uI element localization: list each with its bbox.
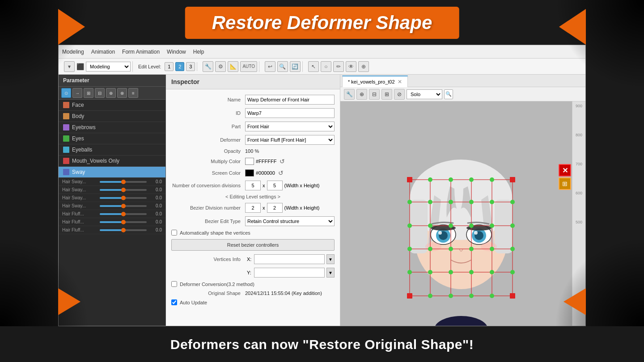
tab-close-icon[interactable]: ✕	[398, 79, 402, 85]
edit-level-3[interactable]: 3	[186, 62, 195, 71]
screen-color-refresh[interactable]: ↺	[277, 169, 285, 177]
param-slider-5[interactable]	[100, 213, 147, 215]
svg-point-55	[449, 270, 453, 274]
multiply-color-refresh[interactable]: ↺	[278, 157, 286, 165]
param-thumb-1[interactable]	[121, 180, 126, 184]
panel-icon-5[interactable]: ⊕	[106, 88, 116, 98]
menu-help[interactable]: Help	[193, 49, 204, 55]
tree-item-face-label: Face	[72, 102, 161, 108]
tool-group-3: ↖ ○ ✏ 👁 ⊕	[306, 61, 371, 72]
panel-icon-3[interactable]: ⊞	[84, 88, 93, 98]
param-slider-3[interactable]	[100, 197, 147, 199]
auto-update-checkbox[interactable]	[171, 299, 177, 305]
svg-point-63	[490, 294, 494, 298]
tree-item-sway-label: Sway	[72, 169, 161, 175]
tool-history-btn[interactable]: ↩	[265, 61, 275, 72]
tree-item-eyes[interactable]: Eyes	[59, 133, 165, 144]
tool-lasso-btn[interactable]: ○	[321, 61, 331, 72]
panel-icon-7[interactable]: ≡	[128, 88, 138, 98]
tree-item-sway[interactable]: Sway	[59, 167, 165, 178]
canvas-tool-3[interactable]: ⊟	[369, 89, 380, 100]
vertices-x-arrow[interactable]: ▼	[326, 254, 335, 264]
bezier-h-input[interactable]	[267, 203, 283, 213]
param-fill-5	[100, 213, 123, 215]
menu-modeling[interactable]: Modeling	[62, 49, 84, 55]
id-row: ID	[166, 106, 340, 120]
param-thumb-4[interactable]	[121, 204, 126, 208]
param-value-1: 0.0	[148, 179, 162, 184]
tool-rotate-btn[interactable]: 🔄	[290, 61, 301, 72]
panel-icon-4[interactable]: ⊟	[95, 88, 105, 98]
id-input[interactable]	[245, 108, 335, 118]
screen-color-swatch[interactable]	[245, 169, 254, 177]
tree-item-eyebrows[interactable]: Eyebrows	[59, 122, 165, 133]
param-thumb-3[interactable]	[121, 196, 126, 200]
param-thumb-2[interactable]	[121, 188, 126, 192]
param-thumb-7[interactable]	[121, 228, 126, 232]
vertices-y-arrow[interactable]: ▼	[326, 268, 335, 278]
workspace-select[interactable]: Modeling	[86, 62, 131, 72]
deformer-grid-button[interactable]: ⊞	[559, 177, 571, 190]
panel-icon-1[interactable]: ⊙	[61, 88, 71, 98]
main-toolbar: ▾ ⬛ Modeling Edit Level: 1 2 3 🔧 ⚙ 📐 AUT…	[59, 59, 585, 75]
param-thumb-6[interactable]	[121, 220, 126, 224]
canvas-search-btn[interactable]: 🔍	[444, 89, 453, 99]
reset-bezier-button[interactable]: Reset bezier controllers	[171, 239, 335, 251]
tree-item-mouth[interactable]: Mouth_Vowels Only	[59, 156, 165, 167]
panel-icon-2[interactable]: →	[72, 88, 82, 98]
canvas-tool-1[interactable]: 🔧	[344, 89, 355, 100]
edit-level-2[interactable]: 2	[175, 62, 184, 71]
part-select[interactable]: Front Hair	[245, 122, 335, 131]
name-input[interactable]	[245, 95, 335, 105]
param-slider-1[interactable]	[100, 181, 147, 183]
bezier-edit-type-select[interactable]: Retain Control structure	[245, 216, 335, 226]
canvas-tool-2[interactable]: ⊕	[356, 89, 367, 100]
vertices-x-input[interactable]	[254, 254, 325, 264]
menu-window[interactable]: Window	[167, 49, 186, 55]
tool-btn-2[interactable]: ⚙	[215, 61, 226, 72]
screen-color-label: Screen Color	[171, 170, 245, 176]
tool-extra-btn[interactable]: ⊕	[358, 61, 369, 72]
auto-shape-checkbox[interactable]	[171, 230, 177, 236]
inspector-panel: Inspector Name ID Part Front Hair	[166, 75, 340, 326]
deformer-select[interactable]: Front Hair Fluff [Front Hair]	[245, 135, 335, 145]
svg-point-33	[490, 177, 494, 182]
param-slider-2[interactable]	[100, 189, 147, 191]
vertices-y-input[interactable]	[254, 268, 325, 278]
param-slider-4[interactable]	[100, 205, 147, 207]
canvas-tool-5[interactable]: ⊘	[394, 89, 405, 100]
multiply-color-swatch[interactable]	[245, 158, 254, 165]
tool-zoom-btn[interactable]: 🔍	[277, 61, 288, 72]
bezier-w-input[interactable]	[245, 203, 261, 213]
tool-btn-1[interactable]: 🔧	[203, 61, 213, 72]
tree-item-face[interactable]: Face	[59, 100, 165, 111]
param-slider-6[interactable]	[100, 221, 147, 223]
param-slider-7[interactable]	[100, 229, 147, 231]
tool-eye-btn[interactable]: 👁	[346, 61, 356, 72]
workspace-dropdown-btn[interactable]: ▾	[64, 61, 75, 72]
menu-form-animation[interactable]: Form Animation	[122, 49, 160, 55]
tool-select-btn[interactable]: ↖	[308, 61, 319, 72]
menu-animation[interactable]: Animation	[91, 49, 115, 55]
solo-select[interactable]: Solo	[407, 89, 442, 99]
tree-item-body[interactable]: Body	[59, 111, 165, 122]
conversion-h-input[interactable]	[267, 181, 283, 190]
deformer-conversion-checkbox[interactable]	[171, 281, 177, 287]
tree-item-eyeballs[interactable]: Eyeballs	[59, 144, 165, 156]
svg-rect-4	[495, 200, 513, 253]
canvas-tool-4[interactable]: ⊞	[381, 89, 392, 100]
param-fill-6	[100, 221, 123, 223]
deformer-close-button[interactable]: ✕	[559, 164, 571, 177]
edit-level-1[interactable]: 1	[165, 62, 174, 71]
editing-level-header[interactable]: < Editing Level settings >	[166, 192, 340, 201]
tool-pen-btn[interactable]: ✏	[333, 61, 344, 72]
panel-icon-6[interactable]: ⊗	[117, 88, 127, 98]
param-thumb-5[interactable]	[121, 212, 126, 216]
auto-label[interactable]: AUTO	[240, 61, 257, 72]
canvas-tab-main[interactable]: * kei_vowels_pro_t02 ✕	[342, 76, 408, 87]
tree-item-eyeballs-label: Eyeballs	[72, 147, 161, 153]
svg-point-39	[490, 200, 494, 204]
tool-btn-3[interactable]: 📐	[228, 61, 238, 72]
folder-eyes-icon	[63, 135, 69, 142]
conversion-w-input[interactable]	[245, 181, 261, 190]
